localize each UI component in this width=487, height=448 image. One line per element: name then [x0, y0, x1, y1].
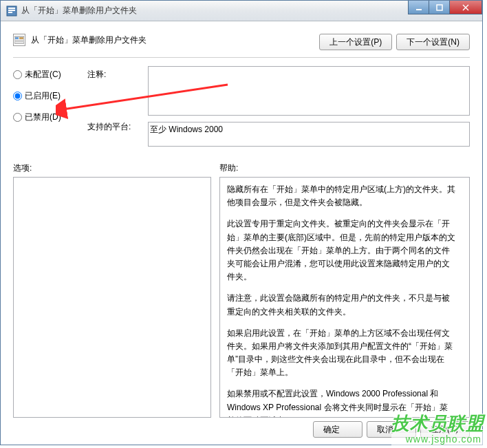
dialog-content: 从「开始」菜单删除用户文件夹 上一个设置(P) 下一个设置(N) 未配置(C) … [1, 21, 482, 445]
dialog-window: 从「开始」菜单删除用户文件夹 从「开始」菜单删除用户文件夹 上一个设置(P) 下… [0, 0, 483, 445]
ok-button[interactable]: 确定 [313, 421, 362, 438]
window-title: 从「开始」菜单删除用户文件夹 [21, 5, 137, 17]
svg-rect-2 [8, 10, 15, 11]
help-p4: 如果启用此设置，在「开始」菜单的上方区域不会出现任何文件夹。如果用户将文件夹添加… [227, 327, 455, 380]
window-controls [408, 1, 482, 14]
comment-textarea[interactable] [148, 66, 470, 116]
radio-disabled-label: 已禁用(D) [25, 111, 61, 123]
watermark: 技术员联盟 www.jsgho.com [391, 412, 484, 445]
platform-label: 支持的平台: [87, 121, 142, 133]
app-icon [6, 6, 17, 17]
watermark-line2: www.jsgho.com [391, 433, 484, 445]
radio-not-configured-label: 未配置(C) [25, 69, 61, 81]
help-panel[interactable]: 隐藏所有在「开始」菜单中的特定用户区域(上方)的文件夹。其他项目会显示，但是文件… [219, 177, 470, 418]
prev-setting-button[interactable]: 上一个设置(P) [319, 34, 392, 50]
radio-enabled-label: 已启用(E) [25, 90, 61, 102]
help-p3: 请注意，此设置会隐藏所有的特定用户的文件夹，不只是与被重定向的文件夹相关联的文件… [227, 292, 455, 318]
policy-title: 从「开始」菜单删除用户文件夹 [31, 34, 147, 46]
options-panel [13, 177, 211, 418]
radio-not-configured[interactable]: 未配置(C) [13, 69, 82, 81]
help-label: 帮助: [219, 162, 238, 174]
divider [13, 57, 470, 58]
help-p1: 隐藏所有在「开始」菜单中的特定用户区域(上方)的文件夹。其他项目会显示，但是文件… [227, 183, 455, 209]
svg-rect-12 [15, 41, 23, 42]
radio-not-configured-input[interactable] [13, 70, 22, 79]
radio-enabled-input[interactable] [13, 92, 22, 100]
close-button[interactable] [449, 1, 482, 14]
maximize-button[interactable] [429, 1, 449, 14]
radio-disabled[interactable]: 已禁用(D) [13, 111, 82, 123]
svg-rect-10 [19, 37, 23, 39]
options-label: 选项: [13, 162, 219, 174]
svg-rect-4 [416, 9, 422, 10]
next-setting-button[interactable]: 下一个设置(N) [396, 34, 470, 50]
svg-rect-1 [8, 8, 15, 9]
comment-label: 注释: [87, 69, 142, 88]
watermark-line1: 技术员联盟 [391, 412, 484, 436]
minimize-button[interactable] [408, 1, 429, 14]
policy-icon [13, 34, 25, 46]
svg-rect-3 [8, 12, 12, 13]
svg-rect-11 [15, 40, 23, 41]
help-p2: 此设置专用于重定向文件夹。被重定向的文件夹会显示在「开始」菜单的主要(底部)区域… [227, 217, 455, 284]
radio-enabled[interactable]: 已启用(E) [13, 90, 82, 102]
svg-rect-9 [15, 37, 19, 39]
platform-textarea[interactable] [148, 122, 470, 147]
titlebar[interactable]: 从「开始」菜单删除用户文件夹 [1, 1, 482, 21]
svg-rect-5 [437, 5, 442, 10]
radio-disabled-input[interactable] [13, 113, 22, 122]
